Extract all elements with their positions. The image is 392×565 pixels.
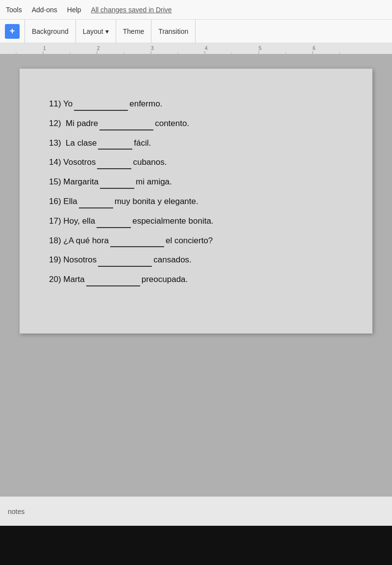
question-number: 12) Mi padre bbox=[49, 118, 98, 129]
menu-save-status: All changes saved in Drive bbox=[91, 6, 172, 14]
list-item: 17) Hoy, ella especialmente bonita. bbox=[49, 215, 343, 228]
fill-blank[interactable] bbox=[86, 274, 140, 286]
question-number: 13) La clase bbox=[49, 137, 97, 149]
list-item: 14) Vosotros cubanos. bbox=[49, 156, 343, 169]
question-number: 19) Nosotros bbox=[49, 254, 97, 266]
list-item: 12) Mi padre contento. bbox=[49, 118, 343, 130]
list-item: 16) Ella muy bonita y elegante. bbox=[49, 196, 343, 208]
svg-text:1: 1 bbox=[43, 46, 46, 51]
svg-text:4: 4 bbox=[205, 46, 208, 51]
notes-bar[interactable]: notes bbox=[0, 496, 392, 526]
question-suffix: fácil. bbox=[134, 137, 151, 149]
svg-rect-0 bbox=[0, 43, 392, 54]
list-item: 19) Nosotros cansados. bbox=[49, 254, 343, 267]
question-suffix: el concierto? bbox=[166, 235, 213, 247]
question-number: 18) ¿A qué hora bbox=[49, 235, 109, 247]
bottom-bar bbox=[0, 526, 392, 565]
question-number: 20) Marta bbox=[49, 274, 85, 285]
notes-label: notes bbox=[8, 508, 24, 515]
ruler: 1 2 3 4 5 6 bbox=[0, 43, 392, 54]
question-number: 11) Yo bbox=[49, 98, 73, 110]
fill-blank[interactable] bbox=[99, 118, 153, 130]
transition-button[interactable]: Transition bbox=[151, 20, 196, 43]
question-suffix: preocupada. bbox=[142, 274, 188, 285]
list-item: 18) ¿A qué hora el concierto? bbox=[49, 235, 343, 248]
question-suffix: contento. bbox=[155, 118, 189, 129]
theme-button[interactable]: Theme bbox=[116, 20, 152, 43]
toolbar: + Background Layout ▾ Theme Transition bbox=[0, 20, 392, 43]
fill-blank[interactable] bbox=[110, 235, 164, 248]
svg-text:6: 6 bbox=[313, 46, 316, 51]
questions-list: 11) Yo enfermo. 12) Mi padre contento. 1… bbox=[49, 98, 343, 286]
menu-addons[interactable]: Add-ons bbox=[32, 6, 57, 14]
fill-blank[interactable] bbox=[98, 137, 132, 150]
list-item: 13) La clase fácil. bbox=[49, 137, 343, 150]
document-area: 11) Yo enfermo. 12) Mi padre contento. 1… bbox=[0, 54, 392, 496]
question-number: 15) Margarita bbox=[49, 176, 98, 188]
question-suffix: enfermo. bbox=[129, 98, 162, 110]
layout-button[interactable]: Layout ▾ bbox=[76, 20, 116, 43]
fill-blank[interactable] bbox=[97, 215, 131, 228]
svg-text:2: 2 bbox=[97, 46, 100, 51]
layout-dropdown-icon: ▾ bbox=[105, 27, 109, 35]
menu-bar: Tools Add-ons Help All changes saved in … bbox=[0, 0, 392, 20]
add-slide-button[interactable]: + bbox=[5, 24, 20, 39]
fill-blank[interactable] bbox=[74, 98, 128, 111]
question-suffix: cubanos. bbox=[133, 156, 167, 168]
fill-blank[interactable] bbox=[98, 254, 152, 267]
question-suffix: mi amiga. bbox=[136, 176, 172, 188]
fill-blank[interactable] bbox=[97, 156, 131, 169]
menu-help[interactable]: Help bbox=[67, 6, 81, 14]
slide-page: 11) Yo enfermo. 12) Mi padre contento. 1… bbox=[20, 69, 372, 334]
list-item: 20) Marta preocupada. bbox=[49, 274, 343, 286]
fill-blank[interactable] bbox=[100, 176, 134, 189]
question-suffix: especialmente bonita. bbox=[132, 215, 213, 227]
question-number: 14) Vosotros bbox=[49, 156, 96, 168]
question-suffix: muy bonita y elegante. bbox=[115, 196, 198, 207]
menu-tools[interactable]: Tools bbox=[6, 6, 22, 14]
svg-text:5: 5 bbox=[259, 46, 262, 51]
question-suffix: cansados. bbox=[153, 254, 192, 266]
question-number: 17) Hoy, ella bbox=[49, 215, 95, 227]
question-number: 16) Ella bbox=[49, 196, 77, 207]
list-item: 15) Margarita mi amiga. bbox=[49, 176, 343, 189]
background-button[interactable]: Background bbox=[24, 20, 76, 43]
layout-label: Layout bbox=[83, 27, 103, 35]
list-item: 11) Yo enfermo. bbox=[49, 98, 343, 111]
svg-text:3: 3 bbox=[151, 46, 154, 51]
fill-blank[interactable] bbox=[79, 196, 113, 208]
